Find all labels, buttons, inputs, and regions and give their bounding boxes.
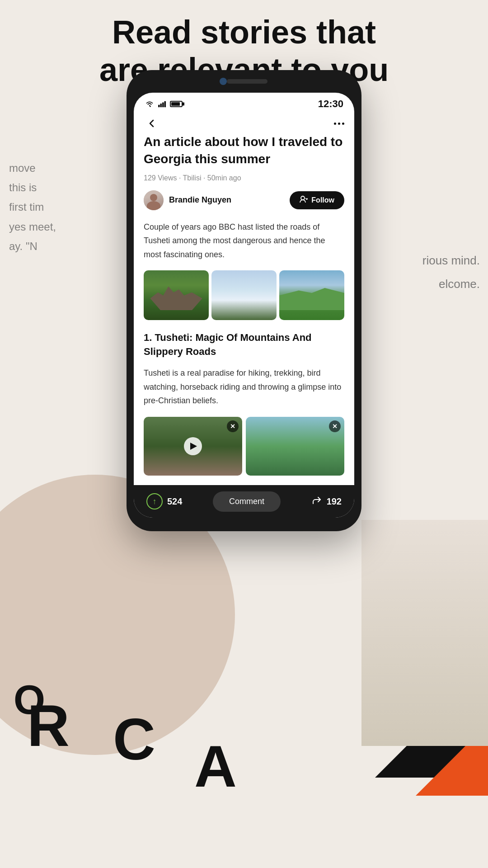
share-icon	[311, 495, 322, 508]
author-row: Brandie Nguyen Follow	[144, 190, 344, 210]
svg-rect-1	[160, 104, 162, 107]
image-village	[144, 270, 209, 320]
play-icon-1	[190, 443, 197, 450]
follow-icon	[300, 196, 308, 205]
phone-frame: 12:30 An article about how I traveled to…	[127, 70, 361, 531]
deco-left: move this is first tim yes meet, ay. "N	[9, 158, 56, 256]
svg-rect-2	[162, 102, 164, 107]
svg-rect-3	[164, 101, 166, 108]
share-count: 192	[327, 496, 342, 507]
phone-speaker	[227, 79, 267, 84]
share-group[interactable]: 192	[311, 495, 342, 508]
deco-right: rious mind. elcome.	[422, 249, 480, 296]
comment-button[interactable]: Comment	[213, 491, 281, 512]
deco-letter-c: C	[113, 705, 155, 773]
article-content: An article about how I traveled to Georg…	[134, 133, 354, 485]
upvote-icon: ↑	[153, 497, 157, 506]
person-image	[361, 520, 488, 746]
svg-point-4	[301, 196, 305, 200]
status-bar: 12:30	[134, 93, 354, 112]
follow-label: Follow	[311, 196, 334, 204]
author-name: Brandie Nguyen	[169, 195, 231, 205]
play-button-1[interactable]	[184, 437, 202, 455]
battery-icon	[170, 101, 183, 107]
phone-notch	[127, 70, 361, 93]
author-info: Brandie Nguyen	[144, 190, 231, 210]
upvote-count: 524	[167, 496, 182, 507]
wifi-icon	[145, 100, 155, 108]
video-grid: ✕ ✕	[144, 417, 344, 476]
phone-screen: 12:30 An article about how I traveled to…	[134, 93, 354, 518]
status-time: 12:30	[318, 98, 343, 110]
signal-icon	[158, 100, 166, 108]
deco-letter-r: R	[27, 692, 70, 760]
more-options-button[interactable]	[334, 123, 344, 125]
upvote-button[interactable]: ↑	[146, 493, 163, 509]
video-thumb-2[interactable]: ✕	[246, 417, 344, 476]
article-meta: 129 Views · Tbilisi · 50min ago	[144, 174, 344, 182]
image-grid	[144, 270, 344, 320]
avatar	[144, 190, 164, 210]
phone-camera	[220, 78, 227, 85]
close-video-2[interactable]: ✕	[329, 420, 341, 432]
section-title: 1. Tusheti: Magic Of Mountains And Slipp…	[144, 331, 344, 359]
follow-button[interactable]: Follow	[290, 191, 344, 209]
svg-rect-0	[158, 105, 160, 107]
image-clouds	[211, 270, 277, 320]
back-button[interactable]	[144, 115, 160, 132]
upvote-group[interactable]: ↑ 524	[146, 493, 182, 509]
article-title: An article about how I traveled to Georg…	[144, 133, 344, 168]
close-video-1[interactable]: ✕	[227, 420, 239, 432]
article-body-text: Couple of years ago BBC hast listed the …	[144, 220, 344, 262]
deco-letter-a: A	[194, 732, 237, 800]
bottom-action-bar: ↑ 524 Comment 192	[134, 485, 354, 518]
section-body-text: Tusheti is a real paradise for hiking, t…	[144, 366, 344, 408]
video-thumb-1[interactable]: ✕	[144, 417, 242, 476]
article-header	[134, 112, 354, 133]
image-greenhill	[279, 270, 344, 320]
